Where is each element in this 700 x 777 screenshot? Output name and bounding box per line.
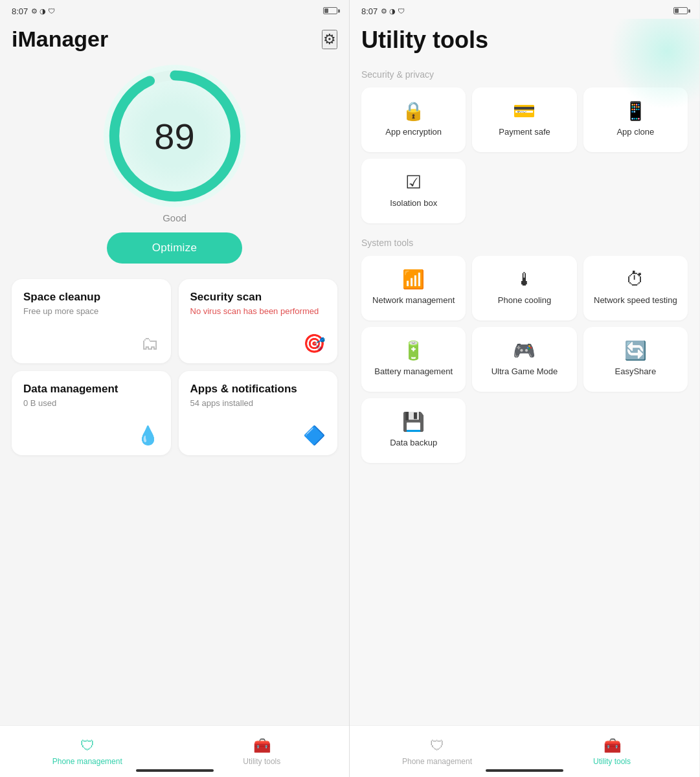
network-management-icon: 📶 <box>402 269 425 290</box>
card-title-apps: Apps & notifications <box>190 383 326 396</box>
nav-phone-label-left: Phone management <box>52 757 122 766</box>
bottom-nav-right: 🛡 Phone management 🧰 Utility tools <box>350 725 699 777</box>
score-number: 89 <box>154 115 194 157</box>
tool-network-speed[interactable]: ⏱ Network speed testing <box>583 256 688 321</box>
card-grid: Space cleanup Free up more space 🗂 Secur… <box>12 279 337 455</box>
right-phone: 8:07 ⚙ ◑ 🛡 Utility tools Security & priv… <box>350 0 699 777</box>
right-scroll-content: Utility tools Security & privacy 🔒 App e… <box>350 19 699 777</box>
bottom-nav-left: 🛡 Phone management 🧰 Utility tools <box>0 725 349 777</box>
isolation-box-label: Isolation box <box>390 198 437 209</box>
network-speed-label: Network speed testing <box>594 295 677 306</box>
nav-tools-icon-left: 🧰 <box>253 738 271 754</box>
apps-notifications-card[interactable]: Apps & notifications 54 apps installed 🔷 <box>179 371 338 455</box>
app-clone-icon: 📱 <box>624 100 647 122</box>
ultra-game-mode-label: Ultra Game Mode <box>491 366 558 377</box>
nav-phone-label-right: Phone management <box>402 757 472 766</box>
ultra-game-mode-icon: 🎮 <box>513 340 536 361</box>
status-bar-right: 8:07 ⚙ ◑ 🛡 <box>350 0 699 19</box>
security-tools-grid: 🔒 App encryption 💳 Payment safe 📱 App cl… <box>361 87 688 152</box>
network-speed-icon: ⏱ <box>626 269 644 290</box>
tool-network-management[interactable]: 📶 Network management <box>361 256 466 321</box>
security-tools-grid-2: ☑ Isolation box <box>361 159 688 223</box>
network-management-label: Network management <box>372 295 455 306</box>
nav-phone-icon-right: 🛡 <box>430 738 444 754</box>
tool-easyshare[interactable]: 🔄 EasyShare <box>583 327 688 392</box>
tool-phone-cooling[interactable]: 🌡 Phone cooling <box>472 256 576 321</box>
isolation-box-icon: ☑ <box>405 172 422 193</box>
time-left: 8:07 <box>12 6 28 16</box>
app-encryption-icon: 🔒 <box>402 100 425 122</box>
time-right: 8:07 <box>361 6 378 16</box>
card-subtitle-security: No virus scan has been performed <box>190 306 326 316</box>
system-tools-grid-3: 💾 Data backup <box>361 398 688 463</box>
card-title-security: Security scan <box>190 291 326 304</box>
card-subtitle-apps: 54 apps installed <box>190 398 326 408</box>
tool-isolation-box[interactable]: ☑ Isolation box <box>361 159 466 223</box>
data-backup-icon: 💾 <box>402 411 425 433</box>
score-circle: 89 <box>104 65 246 207</box>
left-scroll-content: iManager ⚙ 89 Good Optimize Space cleanu… <box>0 19 349 777</box>
page-title-right: Utility tools <box>361 19 688 69</box>
nav-indicator-left <box>136 769 214 772</box>
payment-safe-label: Payment safe <box>499 127 550 138</box>
card-title-data: Data management <box>23 383 159 396</box>
app-title: iManager <box>12 27 108 52</box>
optimize-button[interactable]: Optimize <box>107 232 242 264</box>
system-tools-grid-2: 🔋 Battery management 🎮 Ultra Game Mode 🔄… <box>361 327 688 392</box>
nav-indicator-right <box>486 769 563 772</box>
score-label: Good <box>163 212 186 223</box>
battery-left <box>323 6 337 16</box>
card-subtitle-space: Free up more space <box>23 306 159 316</box>
payment-safe-icon: 💳 <box>513 100 536 122</box>
battery-management-icon: 🔋 <box>402 340 425 361</box>
settings-button[interactable]: ⚙ <box>322 30 337 49</box>
easyshare-icon: 🔄 <box>624 340 647 361</box>
status-bar-left: 8:07 ⚙ ◑ 🛡 <box>0 0 349 19</box>
data-backup-label: Data backup <box>390 438 437 449</box>
apps-icon: 🔷 <box>303 425 326 446</box>
data-management-card[interactable]: Data management 0 B used 💧 <box>12 371 171 455</box>
tool-ultra-game-mode[interactable]: 🎮 Ultra Game Mode <box>472 327 576 392</box>
app-header: iManager ⚙ <box>12 19 337 65</box>
nav-tools-label-left: Utility tools <box>243 757 280 766</box>
card-subtitle-data: 0 B used <box>23 398 159 408</box>
data-management-icon: 💧 <box>137 425 159 446</box>
battery-management-label: Battery management <box>374 366 453 377</box>
nav-phone-icon-left: 🛡 <box>80 738 95 754</box>
section-label-security: Security & privacy <box>361 69 688 80</box>
left-phone: 8:07 ⚙ ◑ 🛡 iManager ⚙ 89 Good Optimize <box>0 0 350 777</box>
system-tools-grid-1: 📶 Network management 🌡 Phone cooling ⏱ N… <box>361 256 688 321</box>
phone-cooling-icon: 🌡 <box>515 269 534 290</box>
space-cleanup-icon: 🗂 <box>141 333 159 354</box>
status-icons-right: ⚙ ◑ 🛡 <box>381 7 405 16</box>
card-title-space: Space cleanup <box>23 291 159 304</box>
nav-tools-icon-right: 🧰 <box>604 738 621 754</box>
tool-battery-management[interactable]: 🔋 Battery management <box>361 327 466 392</box>
score-section: 89 Good Optimize <box>12 65 337 264</box>
battery-right <box>673 6 688 16</box>
app-clone-label: App clone <box>616 127 654 138</box>
tool-payment-safe[interactable]: 💳 Payment safe <box>472 87 576 152</box>
status-icons-left: ⚙ ◑ 🛡 <box>31 7 55 16</box>
phone-cooling-label: Phone cooling <box>498 295 551 306</box>
security-scan-card[interactable]: Security scan No virus scan has been per… <box>179 279 338 363</box>
tool-app-encryption[interactable]: 🔒 App encryption <box>361 87 466 152</box>
tool-app-clone[interactable]: 📱 App clone <box>583 87 688 152</box>
nav-tools-label-right: Utility tools <box>593 757 631 766</box>
app-encryption-label: App encryption <box>385 127 442 138</box>
tool-data-backup[interactable]: 💾 Data backup <box>361 398 466 463</box>
section-label-system: System tools <box>361 238 688 248</box>
space-cleanup-card[interactable]: Space cleanup Free up more space 🗂 <box>12 279 171 363</box>
easyshare-label: EasyShare <box>615 366 657 377</box>
security-scan-icon: 🎯 <box>303 333 326 354</box>
